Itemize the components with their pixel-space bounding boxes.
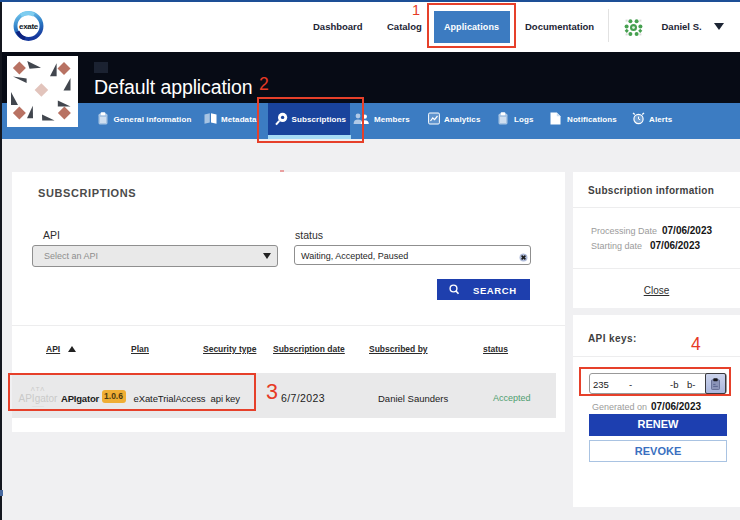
svg-text:exate: exate [19, 22, 39, 31]
